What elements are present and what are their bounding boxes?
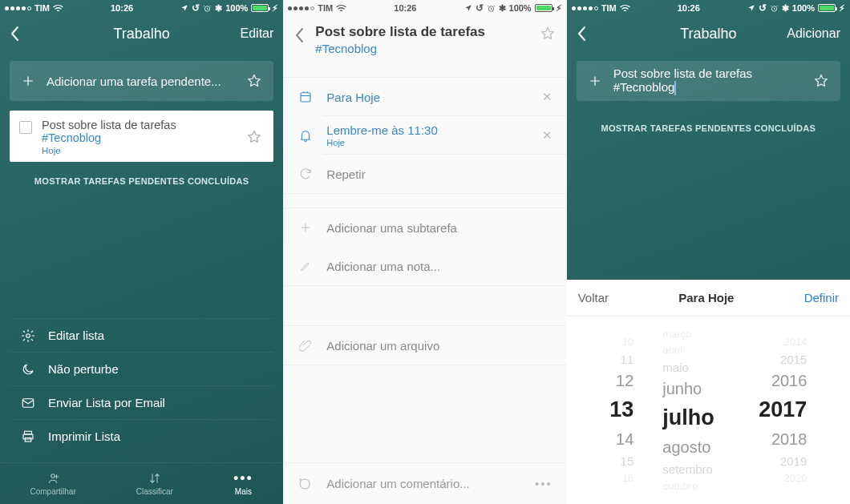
status-time: 10:26 bbox=[111, 3, 133, 13]
checkbox[interactable] bbox=[19, 121, 32, 134]
calendar-icon bbox=[298, 90, 314, 104]
status-bar: TIM 10:26 ↺ ✱ 100% ⚡︎ bbox=[0, 0, 283, 16]
alarm-icon bbox=[487, 4, 496, 13]
printer-icon bbox=[21, 429, 35, 444]
screen-add-task-datepicker: TIM 10:26 ↺ ✱ 100% ⚡︎ Trabalho Adicionar… bbox=[567, 0, 850, 504]
mail-icon bbox=[21, 396, 35, 410]
plus-icon bbox=[298, 221, 314, 234]
star-icon[interactable] bbox=[246, 129, 262, 145]
sort-icon bbox=[148, 471, 162, 486]
add-button[interactable]: Adicionar bbox=[787, 26, 840, 41]
star-icon[interactable] bbox=[246, 73, 262, 89]
location-icon bbox=[464, 4, 472, 12]
repeat-icon bbox=[298, 167, 314, 181]
add-task-row[interactable]: Adicionar uma tarefa pendente... bbox=[10, 61, 273, 101]
screen-task-detail: TIM 10:26 ↺ ✱ 100% ⚡︎ Post sobre lista d… bbox=[283, 0, 566, 504]
due-date-row[interactable]: Para Hoje ✕ bbox=[283, 78, 566, 116]
bell-icon bbox=[298, 128, 314, 143]
nav-title: Trabalho bbox=[634, 26, 783, 42]
status-time: 10:26 bbox=[394, 3, 416, 13]
task-due-date: Hoje bbox=[42, 146, 237, 155]
show-completed-button[interactable]: MOSTRAR TAREFAS PENDENTES CONCLUÍDAS bbox=[577, 119, 840, 136]
status-bar: TIM 10:26 ↺ ✱ 100% ⚡︎ bbox=[283, 0, 566, 16]
picker-set-button[interactable]: Definir bbox=[804, 291, 839, 304]
add-file-row[interactable]: Adicionar um arquivo bbox=[283, 326, 566, 365]
back-icon[interactable] bbox=[294, 27, 304, 43]
location-icon bbox=[747, 4, 755, 12]
chat-icon bbox=[298, 477, 314, 491]
signal-dots-icon bbox=[572, 6, 598, 10]
back-icon[interactable] bbox=[577, 26, 586, 42]
reminder-row[interactable]: Lembre-me às 11:30Hoje ✕ bbox=[283, 116, 566, 155]
repeat-row[interactable]: Repetir bbox=[283, 155, 566, 193]
alarm-icon bbox=[203, 4, 212, 13]
clear-icon[interactable]: ✕ bbox=[542, 90, 552, 104]
location-icon bbox=[180, 4, 188, 12]
wheel-day: 10 11 12 13 14 15 16 bbox=[595, 317, 648, 504]
gear-icon bbox=[21, 329, 35, 343]
wheel-year: 2014 2015 2016 2017 2018 2019 2020 bbox=[744, 317, 821, 504]
dnd-item[interactable]: Não perturbe bbox=[10, 352, 273, 385]
task-title: Post sobre lista de tarefas #Tecnoblog bbox=[42, 119, 237, 144]
star-icon[interactable] bbox=[813, 73, 829, 89]
star-icon[interactable] bbox=[540, 26, 556, 42]
add-task-placeholder: Adicionar uma tarefa pendente... bbox=[47, 75, 235, 88]
wifi-icon bbox=[336, 4, 346, 12]
clear-icon[interactable]: ✕ bbox=[542, 128, 552, 143]
moon-icon bbox=[21, 362, 35, 377]
clip-icon bbox=[298, 339, 314, 352]
tab-sort[interactable]: Classificar bbox=[136, 471, 173, 496]
list-actions-menu: Editar lista Não perturbe Enviar Lista p… bbox=[10, 318, 273, 453]
tab-more[interactable]: •••Mais bbox=[233, 471, 253, 496]
add-note-row[interactable]: Adicionar uma nota... bbox=[283, 247, 566, 285]
screen-task-list: TIM 10:26 ↺ ✱ 100% ⚡︎ Trabalho Editar Ad… bbox=[0, 0, 283, 504]
picker-title: Para Hoje bbox=[678, 291, 734, 304]
tab-share[interactable]: Compartilhar bbox=[30, 471, 76, 496]
back-icon[interactable] bbox=[10, 26, 19, 42]
add-comment-bar[interactable]: Adicionar um comentário... ••• bbox=[283, 462, 566, 504]
alarm-icon bbox=[770, 4, 779, 13]
plus-icon bbox=[21, 74, 35, 88]
signal-dots-icon bbox=[288, 6, 314, 10]
task-input-row[interactable]: Post sobre lista de tarefas #Tecnoblog bbox=[577, 61, 840, 101]
email-list-item[interactable]: Enviar Lista por Email bbox=[10, 385, 273, 419]
print-list-item[interactable]: Imprimir Lista bbox=[10, 419, 273, 453]
wheel-month: março abril maio junho julho agosto sete… bbox=[648, 317, 744, 504]
wifi-icon bbox=[620, 4, 630, 12]
nav-bar: Post sobre lista de tarefas #Tecnoblog bbox=[283, 16, 566, 66]
more-icon[interactable]: ••• bbox=[535, 477, 552, 490]
status-bar: TIM 10:26 ↺ ✱ 100% ⚡︎ bbox=[567, 0, 850, 16]
task-hashtag: #Tecnoblog bbox=[315, 42, 528, 56]
pencil-icon bbox=[298, 260, 314, 272]
date-picker-sheet: Voltar Para Hoje Definir 10 11 12 13 14 … bbox=[567, 280, 850, 504]
task-item[interactable]: Post sobre lista de tarefas #Tecnoblog H… bbox=[10, 111, 273, 162]
signal-dots-icon bbox=[5, 6, 31, 10]
plus-icon bbox=[588, 74, 602, 88]
edit-button[interactable]: Editar bbox=[241, 26, 274, 41]
date-wheels[interactable]: 10 11 12 13 14 15 16 março abril maio ju… bbox=[567, 317, 850, 504]
add-subtask-row[interactable]: Adicionar uma subtarefa bbox=[283, 208, 566, 247]
show-completed-button[interactable]: MOSTRAR TAREFAS PENDENTES CONCLUÍDAS bbox=[10, 171, 273, 189]
task-title: Post sobre lista de tarefas #Tecnoblog bbox=[315, 24, 528, 56]
wifi-icon bbox=[53, 4, 63, 12]
edit-list-item[interactable]: Editar lista bbox=[10, 318, 273, 352]
nav-bar: Trabalho Editar bbox=[0, 16, 283, 51]
status-time: 10:26 bbox=[678, 3, 700, 13]
more-icon: ••• bbox=[233, 471, 253, 486]
bottom-tab-bar: Compartilhar Classificar •••Mais bbox=[0, 462, 283, 504]
picker-back-button[interactable]: Voltar bbox=[578, 291, 609, 304]
nav-title: Trabalho bbox=[67, 26, 216, 42]
nav-bar: Trabalho Adicionar bbox=[567, 16, 850, 51]
task-input-text[interactable]: Post sobre lista de tarefas #Tecnoblog bbox=[613, 67, 802, 95]
share-icon bbox=[45, 471, 61, 486]
